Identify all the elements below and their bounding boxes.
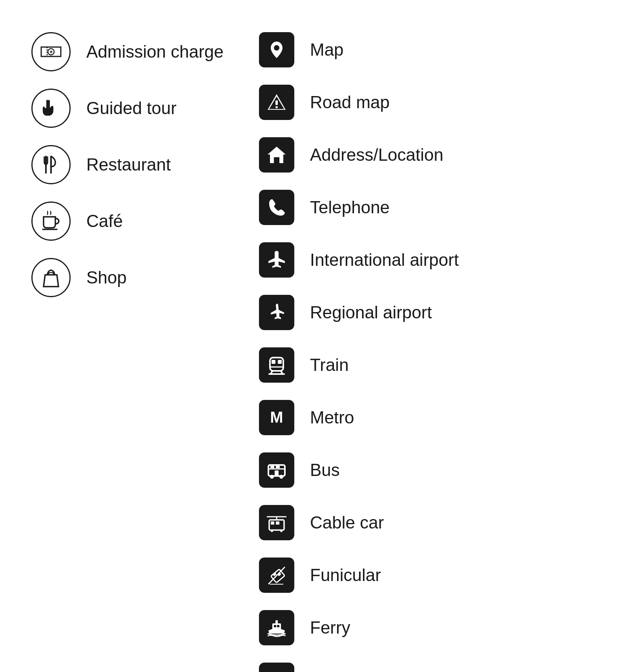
- bus-label: Bus: [310, 460, 340, 481]
- ferry-icon: [259, 610, 294, 645]
- road-map-icon: [259, 85, 294, 120]
- map-label: Map: [310, 40, 344, 60]
- svg-point-5: [274, 45, 279, 51]
- list-item: Address/Location: [259, 129, 459, 181]
- cable-car-label: Cable car: [310, 512, 384, 533]
- svg-rect-37: [274, 625, 276, 627]
- svg-rect-36: [272, 623, 281, 630]
- svg-point-22: [279, 475, 283, 479]
- list-item: Train: [259, 339, 459, 391]
- restaurant-icon: [31, 145, 71, 184]
- reg-airport-icon-wrapper: [259, 295, 294, 330]
- svg-rect-34: [277, 572, 281, 576]
- main-container: ✦ Admission charge Guided tour: [31, 24, 587, 672]
- svg-point-21: [270, 475, 274, 479]
- map-icon: [259, 32, 294, 67]
- list-item: Telephone: [259, 181, 459, 234]
- list-item: Guided tour: [31, 80, 235, 136]
- small-ferry-icon-wrapper: [259, 663, 294, 672]
- svg-rect-26: [269, 520, 284, 530]
- admission-charge-icon: ✦: [31, 32, 71, 71]
- address-icon-wrapper: [259, 137, 294, 173]
- list-item: International airport: [259, 234, 459, 286]
- svg-rect-11: [278, 360, 282, 364]
- metro-icon: M: [259, 400, 294, 435]
- train-icon-wrapper: [259, 347, 294, 383]
- ferry-label: Ferry: [310, 618, 350, 638]
- svg-rect-8: [274, 157, 279, 163]
- intl-airport-label: International airport: [310, 250, 459, 271]
- small-ferry-icon: [259, 663, 294, 672]
- telephone-icon-wrapper: [259, 190, 294, 225]
- list-item: Ferry: [259, 601, 459, 654]
- list-item: Restaurant: [31, 136, 235, 193]
- svg-point-30: [280, 530, 283, 532]
- metro-label: Metro: [310, 407, 354, 428]
- list-item: ✦ Admission charge: [31, 24, 235, 80]
- svg-rect-6: [275, 100, 278, 105]
- list-item: Map: [259, 24, 459, 76]
- left-column: ✦ Admission charge Guided tour: [31, 24, 235, 306]
- list-item: Regional airport: [259, 286, 459, 339]
- svg-point-29: [271, 530, 273, 532]
- svg-rect-23: [275, 470, 279, 476]
- metro-icon-wrapper: M: [259, 400, 294, 435]
- cable-car-icon: [259, 505, 294, 540]
- reg-airport-icon: [259, 295, 294, 330]
- svg-rect-9: [270, 358, 283, 371]
- list-item: Bus: [259, 444, 459, 496]
- right-column: Map Road map: [259, 24, 459, 672]
- guided-tour-label: Guided tour: [86, 98, 177, 119]
- svg-rect-27: [271, 521, 274, 525]
- reg-airport-label: Regional airport: [310, 302, 432, 323]
- list-item: Small ferry: [259, 654, 459, 672]
- list-item: Funicular: [259, 549, 459, 601]
- svg-rect-20: [276, 466, 280, 468]
- cafe-icon-wrapper: [31, 202, 71, 241]
- funicular-icon: [259, 558, 294, 593]
- road-map-label: Road map: [310, 92, 390, 113]
- intl-airport-icon-wrapper: [259, 242, 294, 278]
- small-ferry-label: Small ferry: [310, 670, 392, 672]
- address-label: Address/Location: [310, 145, 443, 165]
- list-item: Cable car: [259, 496, 459, 549]
- address-icon: [259, 137, 294, 173]
- telephone-label: Telephone: [310, 197, 390, 218]
- list-item: Shop: [31, 249, 235, 306]
- restaurant-label: Restaurant: [86, 154, 171, 175]
- intl-airport-icon: [259, 242, 294, 278]
- svg-rect-39: [275, 620, 278, 624]
- shop-icon-wrapper: [31, 258, 71, 297]
- list-item: Road map: [259, 76, 459, 129]
- svg-text:✦: ✦: [49, 49, 53, 55]
- bus-icon: [259, 452, 294, 488]
- map-icon-wrapper: [259, 32, 294, 67]
- cafe-label: Café: [86, 211, 123, 232]
- funicular-icon-wrapper: [259, 558, 294, 593]
- guided-tour-icon: [31, 89, 71, 128]
- list-item: Café: [31, 193, 235, 249]
- svg-rect-32: [271, 569, 285, 583]
- shop-label: Shop: [86, 267, 127, 288]
- svg-rect-38: [277, 625, 279, 627]
- svg-rect-19: [270, 466, 274, 468]
- funicular-label: Funicular: [310, 565, 381, 586]
- cable-car-icon-wrapper: [259, 505, 294, 540]
- svg-rect-28: [276, 521, 279, 525]
- svg-rect-7: [275, 106, 278, 108]
- svg-rect-10: [272, 360, 275, 364]
- guided-tour-icon-wrapper: [31, 89, 71, 128]
- telephone-icon: [259, 190, 294, 225]
- svg-line-31: [268, 567, 285, 584]
- train-label: Train: [310, 355, 349, 376]
- admission-charge-icon-wrapper: ✦: [31, 32, 71, 71]
- restaurant-icon-wrapper: [31, 145, 71, 184]
- admission-charge-label: Admission charge: [86, 42, 224, 62]
- road-map-icon-wrapper: [259, 85, 294, 120]
- shop-icon: [31, 258, 71, 297]
- ferry-icon-wrapper: [259, 610, 294, 645]
- list-item: M Metro: [259, 391, 459, 444]
- bus-icon-wrapper: [259, 452, 294, 488]
- train-icon: [259, 347, 294, 383]
- cafe-icon: [31, 202, 71, 241]
